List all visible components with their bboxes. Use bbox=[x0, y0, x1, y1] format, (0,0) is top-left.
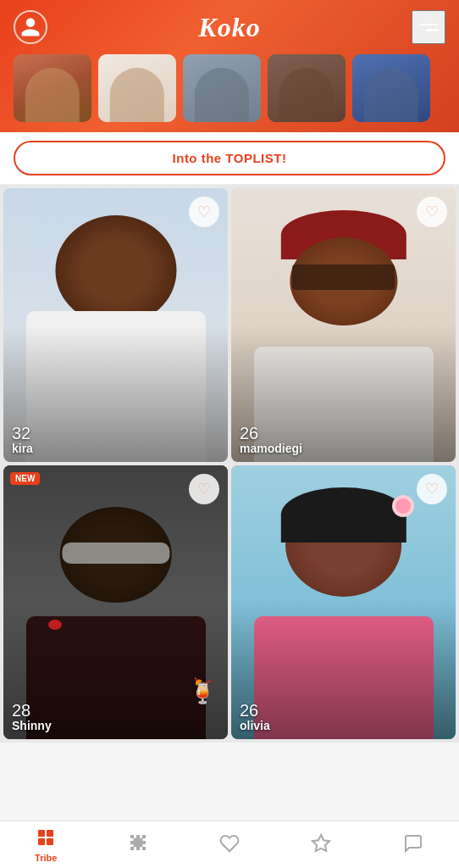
heart-nav-icon bbox=[219, 833, 240, 857]
like-button[interactable]: ♡ bbox=[417, 197, 447, 227]
chat-icon bbox=[403, 833, 423, 857]
card-name: Shinny bbox=[12, 719, 52, 732]
card-info: 26 olivia bbox=[240, 702, 270, 732]
story-item[interactable] bbox=[268, 54, 346, 122]
app-logo: Koko bbox=[198, 12, 260, 43]
nav-item-tribe[interactable]: Tribe bbox=[0, 821, 91, 868]
stories-row bbox=[14, 54, 445, 132]
like-button[interactable]: ♡ bbox=[417, 474, 447, 504]
cards-grid: ♡ 32 kira ♡ bbox=[0, 185, 459, 743]
svg-rect-0 bbox=[38, 830, 45, 837]
profile-button[interactable] bbox=[14, 10, 47, 44]
story-item[interactable] bbox=[183, 54, 261, 122]
cocktail-emoji: 🍹 bbox=[188, 677, 218, 705]
nav-item-puzzle[interactable] bbox=[91, 821, 183, 868]
toplist-section: Into the TOPLIST! bbox=[0, 132, 459, 185]
card-overlay bbox=[231, 465, 456, 739]
card-age: 32 bbox=[12, 425, 33, 442]
card-info: 32 kira bbox=[12, 425, 33, 455]
card-info: 26 mamodiegi bbox=[240, 425, 302, 455]
card-name: mamodiegi bbox=[240, 442, 302, 455]
card-name: olivia bbox=[240, 719, 270, 732]
like-button[interactable]: ♡ bbox=[189, 474, 219, 504]
svg-rect-3 bbox=[47, 838, 53, 845]
heart-icon: ♡ bbox=[197, 480, 211, 498]
card-info: 28 Shinny bbox=[12, 702, 52, 732]
filter-button[interactable] bbox=[412, 10, 445, 44]
nav-item-chat[interactable] bbox=[368, 821, 459, 868]
nav-item-star[interactable] bbox=[275, 821, 367, 868]
story-item[interactable] bbox=[352, 54, 430, 122]
svg-rect-1 bbox=[47, 830, 53, 837]
card-age: 26 bbox=[240, 425, 302, 442]
profile-card[interactable]: ♡ 26 mamodiegi bbox=[231, 188, 456, 462]
bottom-navigation: Tribe bbox=[0, 821, 459, 868]
card-overlay bbox=[3, 188, 228, 462]
card-age: 26 bbox=[240, 702, 270, 719]
svg-marker-4 bbox=[312, 835, 329, 851]
header: Koko bbox=[0, 0, 459, 132]
header-top: Koko bbox=[14, 10, 445, 44]
card-name: kira bbox=[12, 442, 33, 455]
profile-card[interactable]: ♡ 32 kira bbox=[3, 188, 228, 462]
heart-icon: ♡ bbox=[425, 203, 439, 221]
heart-icon: ♡ bbox=[197, 203, 211, 221]
story-item[interactable] bbox=[98, 54, 176, 122]
person-icon bbox=[19, 16, 41, 38]
svg-rect-2 bbox=[38, 838, 45, 845]
tribe-label: Tribe bbox=[35, 853, 57, 863]
story-item[interactable] bbox=[14, 54, 91, 122]
new-badge: NEW bbox=[10, 472, 40, 485]
card-overlay bbox=[231, 188, 456, 462]
toplist-button[interactable]: Into the TOPLIST! bbox=[14, 141, 445, 175]
star-icon bbox=[311, 833, 331, 857]
tribe-grid-icon bbox=[36, 827, 56, 851]
heart-icon: ♡ bbox=[425, 480, 439, 498]
puzzle-icon bbox=[128, 833, 148, 857]
profile-card[interactable]: NEW ♡ 🍹 28 Shinny bbox=[3, 465, 228, 739]
card-age: 28 bbox=[12, 702, 52, 719]
nav-item-heart[interactable] bbox=[184, 821, 275, 868]
profile-card[interactable]: ♡ 26 olivia bbox=[231, 465, 456, 739]
like-button[interactable]: ♡ bbox=[189, 197, 219, 227]
filter-lines-icon bbox=[419, 24, 438, 31]
